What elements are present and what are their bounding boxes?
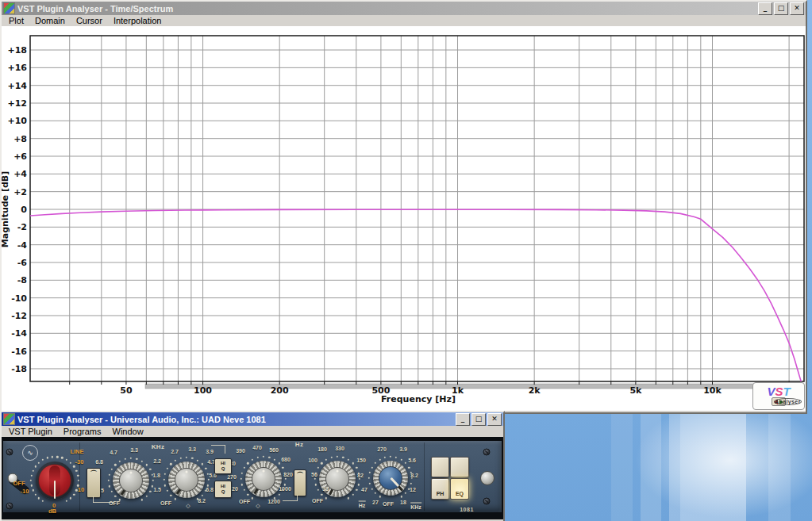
knob-marker-dot <box>325 497 327 499</box>
low-mid-hi-q-button[interactable]: HIQ <box>214 481 232 498</box>
close-button[interactable]: ✕ <box>790 2 804 15</box>
panel-label: 180 <box>317 446 327 452</box>
hpf-lpf-filters-knob[interactable] <box>373 461 408 496</box>
plugin-titlebar[interactable]: VST Plugin Analyser - Universal Audio, I… <box>2 412 503 426</box>
knob-marker-dot <box>30 480 32 481</box>
blank-button-1[interactable] <box>431 457 449 477</box>
panel-label: -30 <box>75 458 84 465</box>
plugin-window: VST Plugin Analyser - Universal Audio, I… <box>0 411 505 521</box>
knob-marker-dot <box>342 457 344 458</box>
knob-marker-dot <box>109 474 110 476</box>
knob-cap-dot <box>186 471 188 473</box>
knob-marker-dot <box>114 464 116 465</box>
plugin-gui: ∿ LINE-3010OFF-100dBKHzHz4.73.36.81015OF… <box>2 437 503 519</box>
wallpaper-glow <box>627 396 812 521</box>
y-tick-label: +10 <box>7 116 27 126</box>
panel-label: 270 <box>227 474 237 480</box>
maximize-button[interactable]: □ <box>774 2 788 15</box>
panel-label: 1.5 <box>153 487 161 492</box>
plugin-menubar: VST PluginProgramsWindow <box>2 426 503 437</box>
knob-marker-dot <box>405 492 406 494</box>
knob-marker-dot <box>149 491 151 492</box>
menu-item-window[interactable]: Window <box>107 427 149 436</box>
high-shelf-freq-knob[interactable] <box>113 462 149 499</box>
knob-marker-dot <box>268 457 270 458</box>
panel-label: 680 <box>281 457 291 462</box>
knob-marker-dot <box>73 493 75 495</box>
panel-label: 33 <box>322 486 329 492</box>
knob-marker-dot <box>202 495 203 496</box>
knob-marker-dot <box>208 479 210 481</box>
knob-marker-dot <box>325 459 327 461</box>
knob-marker-dot <box>274 459 275 461</box>
knob-marker-dot <box>352 462 354 464</box>
y-tick-label: -10 <box>11 293 27 304</box>
input-gain-knob[interactable] <box>36 462 74 500</box>
y-tick-label: -14 <box>11 328 27 339</box>
panel-label: Hz <box>295 441 303 448</box>
knob-marker-dot <box>375 492 376 494</box>
panel-label: 8.2 <box>198 498 206 504</box>
menu-item-cursor[interactable]: Cursor <box>71 16 108 25</box>
knob-marker-dot <box>56 456 58 458</box>
knob-marker-dot <box>348 497 349 499</box>
y-tick-label: -18 <box>11 364 27 374</box>
minimize-button[interactable]: _ <box>758 2 772 15</box>
panel-seam <box>424 442 425 511</box>
knob-marker-dot <box>371 488 372 489</box>
x-tick-label: 50 <box>120 385 133 396</box>
knob-marker-dot <box>379 496 380 497</box>
close-button[interactable]: ✕ <box>487 413 502 426</box>
panel-label: 470 <box>252 445 262 450</box>
eq-button[interactable]: EQ <box>450 478 469 500</box>
menu-item-domain[interactable]: Domain <box>29 16 71 25</box>
phase-button[interactable]: PH <box>431 478 449 500</box>
knob-marker-dot <box>282 467 283 469</box>
high-mid-freq-knob[interactable] <box>168 462 205 498</box>
knob-marker-dot <box>186 457 187 458</box>
y-tick-label: -12 <box>11 311 27 321</box>
knob-marker-dot <box>130 458 132 459</box>
knob-marker-dot <box>47 457 48 458</box>
x-tick-label: 2k <box>529 385 541 396</box>
high-mid-hi-q-button[interactable]: HIQ <box>214 458 232 474</box>
menu-item-programs[interactable]: Programs <box>58 427 107 436</box>
output-ball-button[interactable] <box>480 471 495 485</box>
knob-marker-dot <box>314 478 316 480</box>
low-mid-freq-knob[interactable] <box>245 461 282 497</box>
knob-marker-dot <box>241 484 243 485</box>
knob-cap-dot <box>263 470 265 473</box>
window-title: VST Plugin Analyser - Universal Audio, I… <box>17 415 266 424</box>
low-shelf-slope-toggle[interactable]: ⌒ <box>294 469 306 496</box>
blank-button-2[interactable] <box>450 457 469 477</box>
panel-label: 3.3 <box>188 446 196 452</box>
knob-marker-dot <box>285 478 287 480</box>
analyser-titlebar[interactable]: VST Plugin Analyser - Time/Spectrum _ □ … <box>2 2 806 15</box>
knob-marker-dot <box>317 467 319 469</box>
high-shelf-slope-toggle[interactable]: ⌒ <box>87 468 101 498</box>
knob-marker-dot <box>164 479 165 481</box>
knob-marker-dot <box>170 495 171 496</box>
knob-marker-dot <box>337 456 338 458</box>
menu-item-interpolation[interactable]: Interpolation <box>108 16 167 25</box>
panel-label: Hz <box>359 501 366 508</box>
panel-label: ◇ <box>186 503 190 509</box>
panel-label: OFF <box>109 500 120 506</box>
panel-label: OFF <box>239 499 250 504</box>
knob-cap-dot <box>130 472 133 474</box>
knob-marker-dot <box>356 489 357 491</box>
knob-marker-dot <box>114 496 116 497</box>
panel-label: -10 <box>21 488 29 495</box>
panel-label: KHz <box>410 503 421 510</box>
menu-item-vst-plugin[interactable]: VST Plugin <box>3 427 58 436</box>
knob-marker-dot <box>358 484 360 485</box>
minimize-button[interactable]: _ <box>456 413 470 426</box>
low-shelf-freq-knob[interactable] <box>319 461 356 497</box>
y-tick-label: +16 <box>7 63 27 73</box>
vst-logo-letters: VST <box>767 386 790 397</box>
menu-item-plot[interactable]: Plot <box>3 16 29 25</box>
panel-label: 150 <box>356 458 366 463</box>
desktop: VST Plugin Analyser - Time/Spectrum _ □ … <box>0 0 812 521</box>
knob-marker-dot <box>52 456 53 458</box>
maximize-button[interactable]: □ <box>471 413 486 426</box>
